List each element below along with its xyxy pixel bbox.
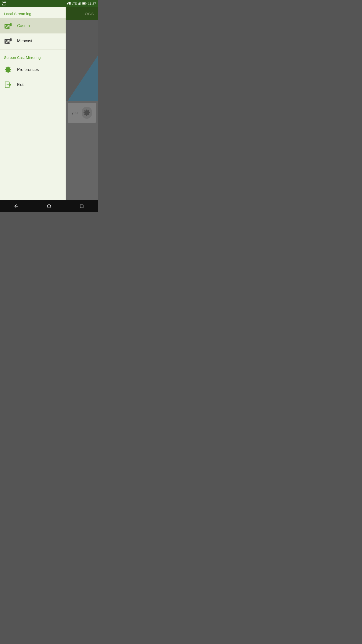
section-local-streaming: Local Streaming (0, 7, 66, 18)
svg-rect-25 (80, 205, 83, 208)
exit-label: Exit (17, 83, 24, 87)
background-content: LOGS your (66, 7, 98, 200)
logs-label: LOGS (82, 12, 94, 16)
svg-rect-11 (79, 3, 80, 5)
svg-rect-12 (80, 2, 81, 5)
miracast-label: Miracast (17, 39, 32, 43)
svg-point-24 (47, 205, 51, 208)
svg-rect-0 (2, 2, 3, 3)
gear-btn-icon (83, 109, 90, 116)
home-button[interactable] (41, 201, 57, 211)
battery-icon: ⚡ (82, 2, 87, 5)
stream-icon (2, 2, 7, 6)
status-bar: LTE ⚡ 11:37 (0, 0, 98, 7)
back-button[interactable] (9, 201, 24, 211)
navigation-bar (0, 200, 98, 212)
cast-to-label: Cast to... (17, 24, 33, 28)
drawer-item-exit[interactable]: Exit (0, 77, 66, 92)
preferences-label: Preferences (17, 67, 39, 72)
triangle-decoration (68, 55, 98, 101)
status-bar-left (2, 2, 7, 6)
cast-status-icon (67, 2, 71, 5)
miracast-icon (4, 37, 12, 45)
bg-card: your (68, 103, 96, 123)
svg-rect-14 (86, 3, 86, 4)
bg-toolbar: LOGS (66, 7, 98, 20)
navigation-drawer: Local Streaming Cast to... (0, 7, 66, 200)
bg-main-area (66, 20, 98, 101)
status-time: 11:37 (88, 2, 96, 6)
your-text: your (72, 111, 78, 115)
back-icon (14, 204, 19, 209)
signal-icon (78, 2, 81, 5)
drawer-divider (0, 50, 66, 50)
preferences-icon (4, 66, 12, 74)
exit-icon (4, 81, 12, 89)
svg-rect-9 (78, 4, 78, 5)
svg-rect-7 (69, 2, 70, 4)
home-icon (47, 204, 52, 209)
svg-text:⚡: ⚡ (83, 3, 85, 5)
lte-indicator: LTE (72, 2, 77, 5)
status-bar-right: LTE ⚡ 11:37 (67, 2, 96, 6)
gear-button (82, 107, 92, 119)
svg-rect-20 (10, 38, 12, 42)
drawer-item-preferences[interactable]: Preferences (0, 62, 66, 77)
section-screen-cast-mirroring: Screen Cast Mirroring (0, 51, 66, 62)
svg-rect-10 (79, 3, 79, 5)
cast-to-icon (4, 22, 12, 30)
drawer-item-miracast[interactable]: Miracast (0, 33, 66, 49)
drawer-item-cast-to[interactable]: Cast to... (0, 18, 66, 33)
recent-button[interactable] (74, 201, 89, 211)
svg-rect-3 (5, 2, 6, 3)
svg-rect-18 (10, 23, 12, 26)
recent-icon (79, 204, 84, 209)
